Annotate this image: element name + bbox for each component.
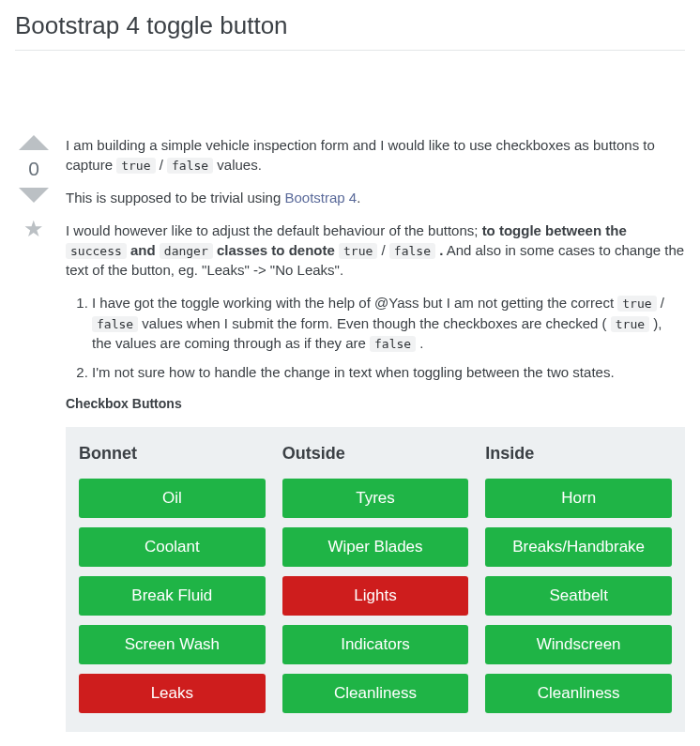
column-head: Outside (282, 442, 469, 465)
toggle-wiper-blades[interactable]: Wiper Blades (282, 527, 469, 567)
text: This is supposed to be trivial using (66, 190, 284, 206)
toggle-horn[interactable]: Horn (485, 479, 672, 518)
toggle-oil[interactable]: Oil (79, 479, 266, 518)
toggle-leaks[interactable]: Leaks (79, 674, 266, 713)
code: danger (160, 243, 213, 259)
toggle-cleanliness-inside[interactable]: Cleanliness (485, 674, 672, 713)
code: true (339, 243, 377, 259)
code: true (617, 296, 656, 312)
paragraph: This is supposed to be trivial using Boo… (66, 188, 685, 207)
toggle-tyres[interactable]: Tyres (282, 479, 469, 518)
bootstrap-link[interactable]: Bootstrap 4 (284, 190, 357, 206)
section-label: Checkbox Buttons (66, 395, 685, 414)
text: I would however like to adjust the defau… (66, 222, 482, 238)
code: true (611, 316, 649, 332)
text: values. (213, 157, 262, 173)
upvote-button[interactable] (19, 135, 49, 150)
vote-column: 0 ★ (15, 135, 53, 732)
code: false (167, 158, 213, 174)
column-outside: Outside Tyres Wiper Blades Lights Indica… (282, 442, 469, 723)
column-head: Inside (485, 442, 672, 465)
text: classes to denote (213, 242, 339, 258)
text: / (156, 157, 168, 173)
toggle-cleanliness-outside[interactable]: Cleanliness (282, 674, 469, 713)
code: false (370, 336, 416, 352)
question-post: 0 ★ I am building a simple vehicle inspe… (15, 135, 685, 732)
checkbox-buttons-panel: Bonnet Oil Coolant Break Fluid Screen Wa… (66, 427, 685, 732)
text: / (377, 242, 389, 258)
text: I have got the toggle working with the h… (92, 295, 617, 311)
text: values when I submit the form. Even thou… (138, 315, 611, 331)
toggle-lights[interactable]: Lights (282, 576, 469, 616)
button-columns: Bonnet Oil Coolant Break Fluid Screen Wa… (79, 442, 672, 723)
column-head: Bonnet (79, 442, 266, 465)
favorite-button[interactable]: ★ (23, 216, 44, 242)
toggle-breaks-handbrake[interactable]: Breaks/Handbrake (485, 527, 672, 567)
toggle-coolant[interactable]: Coolant (79, 527, 266, 567)
code: false (389, 243, 435, 259)
column-inside: Inside Horn Breaks/Handbrake Seatbelt Wi… (485, 442, 672, 723)
text: and (127, 242, 160, 258)
text: . (357, 190, 360, 206)
issue-list: I have got the toggle working with the h… (92, 293, 685, 382)
toggle-indicators[interactable]: Indicators (282, 625, 469, 664)
list-item: I have got the toggle working with the h… (92, 293, 685, 353)
text: / (657, 295, 664, 311)
toggle-windscreen[interactable]: Windscreen (485, 625, 672, 664)
column-bonnet: Bonnet Oil Coolant Break Fluid Screen Wa… (79, 442, 266, 723)
code: true (116, 158, 155, 174)
toggle-break-fluid[interactable]: Break Fluid (79, 576, 266, 616)
vote-score: 0 (28, 158, 39, 180)
paragraph: I would however like to adjust the defau… (66, 221, 685, 280)
text: . (416, 335, 423, 351)
page-title: Bootstrap 4 toggle button (15, 11, 685, 51)
code: false (92, 316, 138, 332)
list-item: I'm not sure how to handle the change in… (92, 362, 685, 382)
paragraph: I am building a simple vehicle inspectio… (66, 135, 685, 175)
downvote-button[interactable] (19, 188, 49, 203)
toggle-screen-wash[interactable]: Screen Wash (79, 625, 266, 664)
text: to toggle between the (482, 222, 627, 238)
question-body: I am building a simple vehicle inspectio… (66, 135, 685, 732)
code: success (66, 243, 127, 259)
toggle-seatbelt[interactable]: Seatbelt (485, 576, 672, 616)
